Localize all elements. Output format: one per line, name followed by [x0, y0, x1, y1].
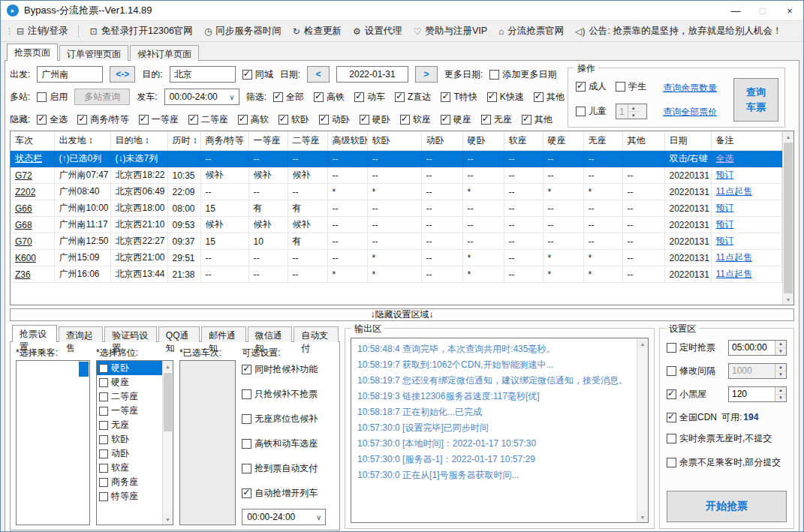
column-header[interactable]: 备注	[711, 131, 782, 151]
setting-stepper[interactable]: 05:00:00	[728, 340, 787, 356]
spin-up-icon[interactable]	[775, 387, 786, 395]
column-header[interactable]: 车次	[11, 131, 54, 151]
spin-down-icon[interactable]	[628, 112, 639, 119]
stepper-buttons[interactable]	[775, 364, 786, 378]
action-cell-link[interactable]: 预订	[716, 203, 734, 213]
train-number-link[interactable]: 状态栏	[15, 153, 42, 164]
train-number[interactable]: G66	[11, 200, 54, 217]
settings-tab[interactable]: 邮件通知	[201, 326, 246, 342]
setting-stepper[interactable]: 120	[728, 386, 787, 402]
seat-option-row[interactable]: 动卧	[97, 446, 162, 461]
table-row[interactable]: G72广州南07:47北京西18:2210:35候补候补候补----------…	[11, 167, 782, 184]
seat-checkbox[interactable]	[99, 435, 108, 444]
seat-option-row[interactable]: 无座	[97, 418, 162, 432]
option-checkbox[interactable]: 高铁和动车选座	[242, 437, 334, 450]
action-cell-link[interactable]: 11点起售	[716, 252, 752, 263]
scroll-down-icon[interactable]	[783, 294, 793, 305]
train-number-link[interactable]: G72	[15, 170, 32, 181]
filter-checkbox[interactable]: 动车	[354, 91, 385, 104]
seat-option-row[interactable]: 软座	[97, 461, 162, 475]
hide-checkbox[interactable]: 软卧	[279, 113, 309, 126]
setting-checkbox[interactable]: 修改间隔	[667, 365, 715, 377]
check-all-prices-link[interactable]: 查询全部票价	[663, 106, 727, 119]
seat-checkbox[interactable]	[99, 407, 108, 416]
column-header[interactable]: 目的地 ↕	[110, 131, 167, 151]
hide-checkbox[interactable]: 高软	[238, 113, 269, 126]
toolbar-item[interactable]: ⌂分流抢票官网	[498, 25, 564, 38]
start-grabbing-button[interactable]: 开始抢票	[667, 491, 787, 522]
settings-tab[interactable]: 查询起售	[59, 326, 104, 342]
filter-checkbox[interactable]: Z直达	[395, 91, 431, 104]
action-cell[interactable]: 11点起售	[711, 184, 782, 200]
spin-down-icon[interactable]	[775, 395, 786, 401]
option-checkbox[interactable]: 抢到票自动支付	[242, 462, 334, 475]
column-header[interactable]: 硬卧	[462, 131, 504, 151]
seat-list[interactable]: 硬卧 硬座 二等座 一等座 无座	[96, 360, 173, 525]
stepper-buttons[interactable]	[775, 387, 786, 401]
train-number-link[interactable]: Z202	[15, 187, 35, 197]
depart-input[interactable]: 广州南	[37, 66, 103, 83]
table-scrollbar[interactable]	[782, 131, 793, 305]
scrollbar-thumb[interactable]	[164, 373, 172, 431]
seat-checkbox[interactable]	[99, 421, 108, 430]
spin-down-icon[interactable]	[775, 348, 786, 355]
seat-list-scrollbar[interactable]	[162, 361, 173, 524]
train-number-link[interactable]: G70	[15, 236, 32, 247]
setting-checkbox[interactable]: 定时抢票	[667, 341, 715, 354]
column-header[interactable]: 软座	[504, 131, 543, 151]
seat-option-row[interactable]: 软卧	[97, 432, 162, 446]
seat-option-row[interactable]: 硬座	[97, 375, 162, 389]
seat-checkbox[interactable]	[99, 464, 108, 473]
action-cell-link[interactable]: 预订	[716, 170, 734, 180]
toolbar-item[interactable]: ◁)公告: 抢票靠的是坚持，放弃就是给别人机会！	[575, 25, 781, 38]
maximize-button[interactable]: □	[749, 1, 776, 20]
setting-checkbox[interactable]: 小黑屋	[667, 388, 706, 401]
toolbar-item[interactable]: ⚙设置代理	[353, 25, 402, 38]
stepper-buttons[interactable]	[628, 104, 639, 119]
passenger-list[interactable]	[16, 360, 90, 525]
query-tickets-button[interactable]: 查询车票	[733, 78, 778, 122]
spin-up-icon[interactable]	[775, 341, 786, 348]
hide-checkbox[interactable]: 软座	[400, 113, 431, 126]
train-number[interactable]: Z36	[11, 266, 54, 283]
cdn-checkbox[interactable]: 全国CDN	[667, 411, 717, 424]
train-number-link[interactable]: K600	[15, 253, 36, 263]
column-header[interactable]: 日期	[664, 131, 711, 151]
multi-enable-checkbox[interactable]: 启用	[37, 91, 68, 104]
multi-query-button[interactable]: 多站查询	[74, 89, 130, 105]
column-header[interactable]: 一等座	[248, 131, 288, 151]
child-count-stepper[interactable]: 1	[616, 104, 647, 119]
seat-option-row[interactable]: 特等座	[97, 489, 162, 503]
column-header[interactable]: 历时 ↕	[167, 131, 200, 151]
column-header[interactable]: 硬座	[543, 131, 583, 151]
action-cell-link[interactable]: 预订	[716, 219, 734, 230]
selected-trains-list[interactable]	[179, 360, 236, 525]
scroll-up-icon[interactable]	[163, 361, 173, 371]
hide-checkbox[interactable]: 无座	[481, 113, 512, 126]
seat-checkbox[interactable]	[99, 378, 108, 387]
hide-checkbox[interactable]: 一等座	[139, 113, 179, 126]
option-checkbox[interactable]: 只抢候补不抢票	[242, 388, 334, 401]
action-cell[interactable]: 全选	[711, 151, 782, 167]
action-cell[interactable]: 预订	[711, 167, 782, 184]
table-row[interactable]: Z36广州16:06北京西13:4421:38------**--*--**--…	[11, 266, 782, 283]
hide-checkbox[interactable]: 其他	[522, 113, 553, 126]
seat-option-row[interactable]: 二等座	[97, 389, 162, 404]
toolbar-item[interactable]: ↻检查更新	[293, 25, 342, 38]
spin-down-icon[interactable]	[775, 371, 786, 378]
output-scrollbar[interactable]	[637, 338, 648, 522]
filter-checkbox[interactable]: 高铁	[314, 91, 345, 104]
train-number[interactable]: G68	[11, 217, 54, 233]
table-row[interactable]: G66广州南10:00北京西18:0008:0015有有------------…	[11, 200, 782, 217]
train-number[interactable]: 状态栏	[11, 151, 54, 167]
depart-time-select[interactable]: 00:00-24:00	[164, 89, 239, 105]
hide-checkbox[interactable]: 二等座	[188, 113, 228, 126]
train-number-link[interactable]: Z36	[15, 269, 31, 280]
same-city-checkbox[interactable]: 同城	[242, 68, 273, 81]
column-header[interactable]: 软卧	[367, 131, 421, 151]
filter-checkbox[interactable]: 其他	[534, 91, 565, 104]
column-header[interactable]: 二等座	[288, 131, 327, 151]
scroll-up-icon[interactable]	[637, 338, 648, 349]
table-row[interactable]: Z202广州08:40北京西06:4922:09------**--*--**-…	[11, 184, 782, 200]
toolbar-item[interactable]: ◷同步服务器时间	[204, 25, 282, 38]
